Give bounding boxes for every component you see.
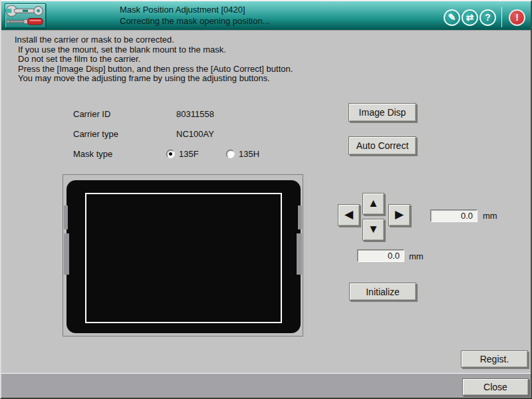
bottom-bar (1, 373, 531, 398)
carrier-notch (298, 205, 302, 229)
regist-button[interactable]: Regist. (461, 350, 528, 368)
carrier-notch (64, 205, 68, 229)
tools-icon (5, 3, 46, 28)
header-divider (501, 7, 502, 27)
mask-type-option-label: 135H (239, 149, 259, 159)
adjust-down-button[interactable]: ▼ (362, 219, 384, 241)
instruction-line: Press the [Image Disp] button, and then … (15, 65, 293, 74)
up-arrow-icon: ▲ (368, 197, 379, 210)
mask-type-radio-135h[interactable] (226, 150, 235, 158)
carrier-notch (64, 233, 69, 275)
adjust-right-button[interactable]: ▶ (388, 204, 410, 226)
instruction-line: Do not set the film to the carrier. (15, 55, 293, 65)
help-button[interactable]: ? (479, 9, 496, 26)
page-subtitle: Correcting the mask opening position... (120, 16, 269, 27)
adjust-up-button[interactable]: ▲ (362, 193, 384, 215)
left-right-arrows-icon: ⇄ (466, 13, 474, 22)
carrier-id-label: Carrier ID (73, 109, 110, 119)
exclamation-icon: ! (515, 13, 519, 22)
header-buttons: ✎ ⇄ ? ! (444, 7, 525, 27)
horizontal-offset-input[interactable] (430, 209, 477, 222)
title-bar: Mask Position Adjustment [0420] Correcti… (1, 1, 531, 31)
carrier-id-value: 80311558 (176, 109, 214, 119)
instruction-line: If you use the mount, set the blank moun… (15, 45, 293, 55)
screen-switch-button[interactable]: ⇄ (462, 9, 478, 26)
carrier-notch (297, 233, 302, 275)
close-button[interactable]: Close (462, 378, 529, 396)
carrier-type-label: Carrier type (73, 129, 118, 139)
page-title: Mask Position Adjustment [0420] (120, 5, 269, 15)
carrier-type-value: NC100AY (176, 129, 214, 139)
title-block: Mask Position Adjustment [0420] Correcti… (120, 5, 269, 27)
pencil-icon: ✎ (448, 13, 456, 22)
wrench-screwdriver-icon (5, 4, 45, 27)
mask-type-label: Mask type (73, 149, 112, 159)
question-icon: ? (485, 13, 491, 22)
vertical-offset-unit: mm (409, 251, 424, 261)
instruction-line: You may move the adjusting frame by usin… (15, 74, 293, 84)
right-arrow-icon: ▶ (395, 207, 404, 221)
initialize-button[interactable]: Initialize (349, 283, 416, 301)
mask-preview-panel (63, 174, 303, 336)
mask-type-radio-135f[interactable] (166, 150, 175, 158)
image-disp-button[interactable]: Image Disp (348, 103, 416, 122)
mask-position-adjustment-window: Mask Position Adjustment [0420] Correcti… (0, 0, 532, 399)
adjusting-frame (85, 193, 282, 323)
auto-correct-button[interactable]: Auto Correct (348, 136, 416, 155)
down-arrow-icon: ▼ (368, 223, 379, 236)
instruction-line: Install the carrier or mask to be correc… (15, 35, 293, 45)
mask-type-option-label: 135F (179, 149, 199, 159)
left-arrow-icon: ◀ (344, 207, 353, 221)
horizontal-offset-unit: mm (483, 211, 497, 221)
adjust-left-button[interactable]: ◀ (338, 204, 360, 226)
alert-button[interactable]: ! (509, 9, 525, 26)
instructions: Install the carrier or mask to be correc… (15, 35, 293, 84)
edit-button[interactable]: ✎ (444, 9, 460, 26)
vertical-offset-input[interactable] (357, 249, 404, 262)
